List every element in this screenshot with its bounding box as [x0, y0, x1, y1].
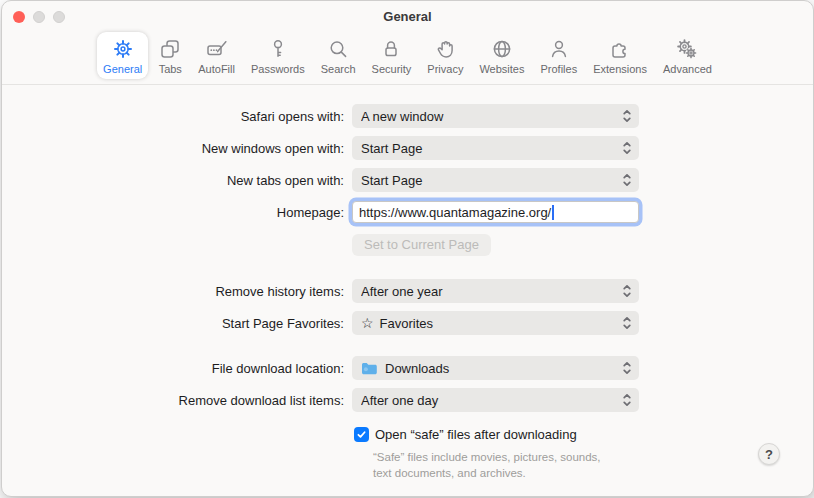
field-label: Remove download list items: [2, 393, 352, 408]
field-label: New tabs open with: [2, 173, 352, 188]
row-new-windows-open-with: New windows open with: Start Page [2, 136, 813, 160]
safari-preferences-window: General General Tabs [1, 0, 814, 497]
toolbar-item-label: Tabs [159, 63, 182, 75]
chevron-up-down-icon [622, 392, 632, 408]
close-button[interactable] [13, 11, 25, 23]
toolbar-item-security[interactable]: Security [366, 32, 418, 79]
toolbar-item-search[interactable]: Search [315, 32, 362, 79]
row-remove-download-list-items: Remove download list items: After one da… [2, 388, 813, 412]
toolbar-item-label: Search [321, 63, 356, 75]
homepage-value: https://www.quantamagazine.org/ [359, 205, 551, 220]
titlebar: General [2, 1, 813, 31]
star-icon: ☆ [361, 315, 374, 331]
key-icon [266, 37, 290, 61]
field-label: Safari opens with: [2, 109, 352, 124]
chevron-up-down-icon [622, 140, 632, 156]
field-label: Remove history items: [2, 284, 352, 299]
file-download-location-select[interactable]: Downloads [352, 356, 639, 380]
field-label: Start Page Favorites: [2, 316, 352, 331]
checkmark-icon [356, 429, 367, 440]
chevron-up-down-icon [622, 360, 632, 376]
toolbar-item-label: Passwords [251, 63, 305, 75]
toolbar-item-privacy[interactable]: Privacy [421, 32, 469, 79]
toolbar-item-general[interactable]: General [97, 32, 148, 79]
toolbar-item-autofill[interactable]: AutoFill [192, 32, 241, 79]
chevron-up-down-icon [622, 108, 632, 124]
start-page-favorites-select[interactable]: ☆ Favorites [352, 311, 639, 335]
traffic-lights [13, 11, 65, 23]
general-pane: Safari opens with: A new window New wind… [2, 85, 813, 493]
select-value: Start Page [361, 173, 622, 188]
preferences-toolbar: General Tabs AutoFill [2, 31, 813, 85]
safe-files-note: “Safe” files include movies, pictures, s… [373, 449, 611, 481]
search-icon [326, 37, 350, 61]
set-to-current-page-button[interactable]: Set to Current Page [352, 234, 491, 256]
toolbar-item-advanced[interactable]: Advanced [657, 32, 718, 79]
toolbar-item-extensions[interactable]: Extensions [587, 32, 653, 79]
row-open-safe-files: Open “safe” files after downloading [354, 426, 813, 442]
lock-icon [379, 37, 403, 61]
autofill-icon [205, 37, 229, 61]
hand-icon [433, 37, 457, 61]
toolbar-item-label: Security [372, 63, 412, 75]
toolbar-item-label: Privacy [427, 63, 463, 75]
chevron-up-down-icon [622, 283, 632, 299]
remove-download-list-items-select[interactable]: After one day [352, 388, 639, 412]
toolbar-item-label: Profiles [540, 63, 577, 75]
toolbar-item-label: Advanced [663, 63, 712, 75]
toolbar-item-label: General [103, 63, 142, 75]
field-label: File download location: [2, 361, 352, 376]
row-start-page-favorites: Start Page Favorites: ☆ Favorites [2, 311, 813, 335]
row-safari-opens-with: Safari opens with: A new window [2, 104, 813, 128]
text-caret [552, 205, 554, 220]
remove-history-items-select[interactable]: After one year [352, 279, 639, 303]
toolbar-item-profiles[interactable]: Profiles [534, 32, 583, 79]
open-safe-files-label: Open “safe” files after downloading [375, 427, 577, 442]
window-title: General [2, 1, 813, 33]
toolbar-item-label: AutoFill [198, 63, 235, 75]
field-label: Homepage: [2, 205, 352, 220]
select-value: Downloads [385, 361, 449, 376]
new-tabs-open-with-select[interactable]: Start Page [352, 168, 639, 192]
row-remove-history-items: Remove history items: After one year [2, 279, 813, 303]
chevron-up-down-icon [622, 315, 632, 331]
select-value: Start Page [361, 141, 622, 156]
folder-icon [361, 362, 378, 375]
select-value: After one day [361, 393, 622, 408]
select-value: After one year [361, 284, 622, 299]
open-safe-files-checkbox[interactable] [354, 427, 369, 442]
zoom-button[interactable] [53, 11, 65, 23]
safari-opens-with-select[interactable]: A new window [352, 104, 639, 128]
help-button[interactable]: ? [758, 443, 780, 465]
toolbar-item-tabs[interactable]: Tabs [152, 32, 188, 79]
toolbar-item-label: Extensions [593, 63, 647, 75]
person-icon [547, 37, 571, 61]
toolbar-item-label: Websites [479, 63, 524, 75]
puzzle-icon [608, 37, 632, 61]
homepage-input[interactable]: https://www.quantamagazine.org/ [352, 201, 639, 223]
toolbar-item-passwords[interactable]: Passwords [245, 32, 311, 79]
gears-icon [675, 37, 699, 61]
gear-icon [111, 37, 135, 61]
row-homepage: Homepage: https://www.quantamagazine.org… [2, 200, 813, 224]
new-windows-open-with-select[interactable]: Start Page [352, 136, 639, 160]
tabs-icon [158, 37, 182, 61]
toolbar-item-websites[interactable]: Websites [473, 32, 530, 79]
minimize-button[interactable] [33, 11, 45, 23]
row-new-tabs-open-with: New tabs open with: Start Page [2, 168, 813, 192]
select-value: A new window [361, 109, 622, 124]
select-value: Favorites [380, 316, 433, 331]
row-file-download-location: File download location: Downloads [2, 356, 813, 380]
field-label: New windows open with: [2, 141, 352, 156]
chevron-up-down-icon [622, 172, 632, 188]
globe-icon [490, 37, 514, 61]
